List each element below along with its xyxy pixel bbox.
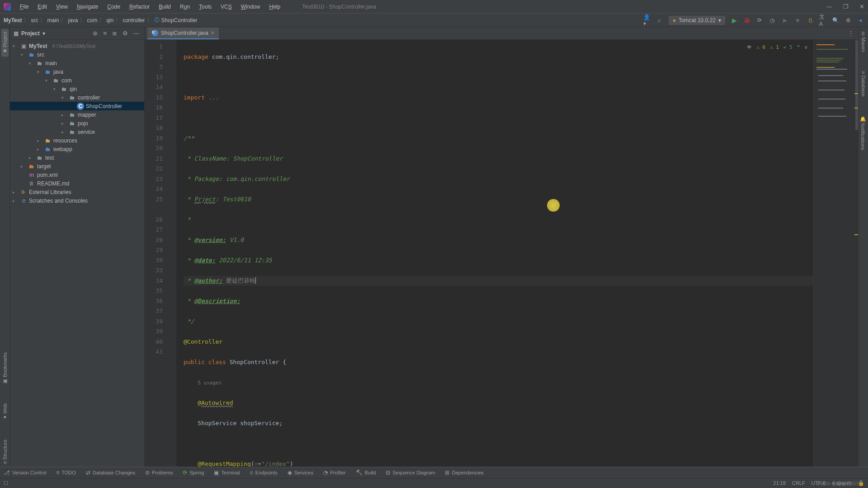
menu-navigate[interactable]: Navigate <box>73 2 102 12</box>
minimize-button[interactable]: — <box>826 3 832 10</box>
bookmarks-tool-button[interactable]: ▣ Bookmarks <box>1 350 9 387</box>
crumb-main[interactable]: main <box>47 17 59 24</box>
db-changes-tool[interactable]: ⇄Database Changes <box>86 469 135 476</box>
titlebar: File Edit View Navigate Code Refactor Bu… <box>0 0 868 14</box>
spring-tool[interactable]: ⟳Spring <box>183 469 204 476</box>
tree-service[interactable]: service <box>78 129 95 135</box>
tree-shopcontroller[interactable]: ShopController <box>86 103 122 109</box>
editor-body[interactable]: 1 2 3 13 14 15 16 17 18 19 20 21 22 23 2… <box>145 40 858 467</box>
tree-external-libraries[interactable]: External Libraries <box>29 189 71 195</box>
minimap[interactable] <box>813 40 858 467</box>
menu-window[interactable]: Window <box>237 2 264 12</box>
menu-refactor[interactable]: Refactor <box>126 2 153 12</box>
menu-edit[interactable]: Edit <box>34 2 51 12</box>
menu-run[interactable]: Run <box>176 2 193 12</box>
menu-view[interactable]: View <box>52 2 71 12</box>
search-icon[interactable]: 🔍 <box>832 17 839 24</box>
tree-webapp[interactable]: webapp <box>53 146 72 152</box>
crumb-java[interactable]: java <box>68 17 78 24</box>
terminal-tool[interactable]: ▣Terminal <box>214 469 240 476</box>
menu-code[interactable]: Code <box>104 2 124 12</box>
menu-tools[interactable]: Tools <box>195 2 215 12</box>
scrollbar-thumb[interactable] <box>855 40 858 130</box>
inspection-widget[interactable]: 👁 ⚠ 6 ⚠ 1 ✔ 5 ^ v <box>747 43 807 53</box>
todo-tool[interactable]: ≡TODO <box>56 469 76 476</box>
collapse-all-icon[interactable]: ≣ <box>111 30 118 37</box>
back-arrow-icon[interactable]: ↙ <box>656 17 663 24</box>
maximize-button[interactable]: ❐ <box>843 3 849 10</box>
line-gutter[interactable]: 1 2 3 13 14 15 16 17 18 19 20 21 22 23 2… <box>145 40 176 467</box>
hide-panel-icon[interactable]: — <box>132 30 141 37</box>
crumb-project[interactable]: MyTest <box>4 17 22 24</box>
avatar-icon[interactable]: ● <box>857 17 864 24</box>
run-button[interactable]: ▶ <box>731 17 738 24</box>
build-tool[interactable]: 🔨Build <box>356 469 376 476</box>
tree-src[interactable]: src <box>37 52 44 58</box>
tree-pojo[interactable]: pojo <box>78 120 88 127</box>
expand-all-icon[interactable]: ≡ <box>102 30 108 37</box>
breadcrumb: MyTest〉 src〉 main〉 java〉 com〉 qin〉 contr… <box>4 16 198 24</box>
vcs-tool[interactable]: ⎇Version Control <box>4 469 46 476</box>
problems-tool[interactable]: ⊘Problems <box>145 469 173 476</box>
coverage-button[interactable]: ⟳ <box>756 17 763 24</box>
maven-tool-button[interactable]: m Maven <box>860 29 867 55</box>
endpoints-tool[interactable]: ⎋Endpoints <box>250 469 278 476</box>
add-user-icon[interactable]: 👤▾ <box>643 17 651 24</box>
profiler-tool[interactable]: ◔Profiler <box>323 469 346 476</box>
tree-resources[interactable]: resources <box>53 137 77 144</box>
chevron-down-icon[interactable]: ▾ <box>42 30 45 37</box>
web-tool-button[interactable]: ● Web <box>1 401 9 423</box>
watermark: CSDN @爱徒巴菲特 <box>816 480 862 487</box>
run-config-selector[interactable]: ⎈ Tomcat 10.0.22 ▾ <box>669 16 725 25</box>
profile-button[interactable]: ◷ <box>769 17 776 24</box>
menu-help[interactable]: Help <box>265 2 284 12</box>
reader-mode-icon[interactable]: 👁 <box>747 43 752 53</box>
tree-root[interactable]: MyTest <box>29 43 47 49</box>
select-opened-icon[interactable]: ⊕ <box>91 30 99 37</box>
project-tree[interactable]: ▾▣MyTest F:\Test0610\MyTest ▾🖿src ▾🖿main… <box>10 40 144 467</box>
crumb-src[interactable]: src <box>31 17 38 24</box>
crumb-controller[interactable]: controller <box>123 17 145 24</box>
tabs-menu-icon[interactable]: ⋮ <box>844 28 858 39</box>
deps-tool[interactable]: ⊞Dependencies <box>445 469 483 476</box>
tree-main[interactable]: main <box>45 60 57 66</box>
prev-highlight-icon[interactable]: ^ <box>797 43 800 53</box>
menu-vcs[interactable]: VCS <box>217 2 236 12</box>
crumb-qin[interactable]: qin <box>106 17 113 24</box>
gear-icon[interactable]: ⚙ <box>121 30 129 37</box>
stop-button[interactable]: ■ <box>794 17 801 24</box>
attach-button[interactable]: ▶ <box>781 17 788 24</box>
services-tool[interactable]: ◉Services <box>288 469 313 476</box>
close-button[interactable]: ✕ <box>859 3 864 10</box>
editor-tab-shopcontroller[interactable]: C ShopController.java × <box>147 28 219 39</box>
tree-target[interactable]: target <box>37 163 51 170</box>
code-area[interactable]: package com.qin.controller; import ... /… <box>176 40 813 467</box>
tree-pom[interactable]: pom.xml <box>37 172 57 178</box>
crumb-class[interactable]: ShopController <box>161 17 198 24</box>
crumb-com[interactable]: com <box>87 17 97 24</box>
tree-readme[interactable]: README.md <box>37 180 69 187</box>
project-tool-button[interactable]: ■ Project <box>1 29 9 57</box>
tree-qin[interactable]: qin <box>70 86 77 92</box>
structure-tool-button[interactable]: ≡ Structure <box>1 437 9 467</box>
menu-file[interactable]: File <box>16 2 32 12</box>
git-icon[interactable]: ⎙ <box>807 17 814 24</box>
tree-test[interactable]: test <box>45 155 54 161</box>
menu-build[interactable]: Build <box>155 2 175 12</box>
tree-scratches[interactable]: Scratches and Consoles <box>29 198 88 204</box>
database-tool-button[interactable]: ≡ Database <box>860 68 867 99</box>
tree-mapper[interactable]: mapper <box>78 112 96 118</box>
translate-icon[interactable]: 文A <box>819 17 826 24</box>
notifications-tool-button[interactable]: 🔔 Notifications <box>859 113 867 153</box>
tree-com[interactable]: com <box>61 77 72 84</box>
status-icon[interactable]: ☐ <box>4 480 8 486</box>
tree-java[interactable]: java <box>53 69 63 75</box>
close-tab-icon[interactable]: × <box>211 30 214 36</box>
tree-controller[interactable]: controller <box>78 95 100 101</box>
line-sep[interactable]: CRLF <box>792 480 805 486</box>
next-highlight-icon[interactable]: v <box>804 43 807 53</box>
debug-button[interactable]: 🐞 <box>743 17 750 24</box>
seqdiag-tool[interactable]: ⊟Sequence Diagram <box>386 469 435 476</box>
caret-position[interactable]: 21:18 <box>774 480 786 486</box>
settings-icon[interactable]: ⚙ <box>844 17 852 24</box>
